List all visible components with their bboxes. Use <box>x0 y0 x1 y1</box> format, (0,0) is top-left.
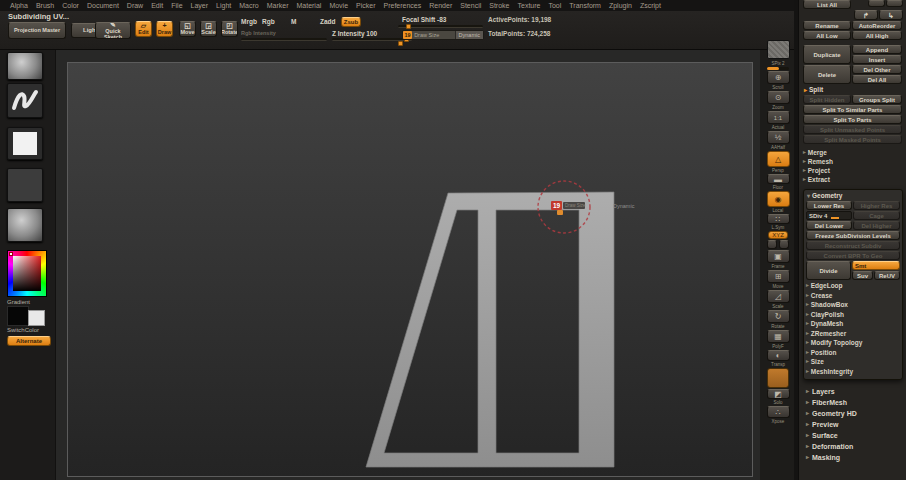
scroll-button[interactable]: ⊕Scroll <box>767 71 790 90</box>
geometry-subsection-header[interactable]: ▸EdgeLoop <box>806 281 900 291</box>
alternate-button[interactable]: Alternate <box>7 336 51 346</box>
insert-button[interactable]: Insert <box>852 55 902 64</box>
geometry-subsection-header[interactable]: ▸DynaMesh <box>806 319 900 329</box>
menu-item[interactable]: Tool <box>544 2 565 9</box>
menu-item[interactable]: Edit <box>147 2 167 9</box>
all-low-button[interactable]: All Low <box>803 31 851 40</box>
floor-toggle[interactable]: ▬Floor <box>767 174 790 190</box>
cage-button[interactable]: Cage <box>853 211 900 220</box>
z-intensity-slider[interactable]: Z Intensity 100 <box>332 30 377 37</box>
mrgb-toggle[interactable]: Mrgb <box>241 18 257 25</box>
geometry-subsection-header[interactable]: ▸Crease <box>806 291 900 301</box>
gradient-label[interactable]: Gradient <box>7 299 30 305</box>
zadd-toggle[interactable]: Zadd <box>320 18 336 25</box>
suv-toggle[interactable]: Suv <box>852 271 873 280</box>
menu-item[interactable]: Marker <box>263 2 293 9</box>
zoom-button[interactable]: ⊙Zoom <box>767 91 790 110</box>
menu-item[interactable]: File <box>167 2 186 9</box>
rename-button[interactable]: Rename <box>803 21 851 30</box>
menu-item[interactable]: Macro <box>235 2 262 9</box>
geometry-subsection-header[interactable]: ▸Size <box>806 357 900 367</box>
move3d-button[interactable]: ⊞Move <box>767 270 790 289</box>
rotate-button[interactable]: ◰Rotate <box>221 21 238 37</box>
geometry-section-header[interactable]: ▾Geometry <box>807 192 900 199</box>
move-subtool-up-button[interactable]: ↱ <box>854 10 878 20</box>
xpose-button[interactable]: ∴Xpose <box>767 406 790 424</box>
lower-res-button[interactable]: Lower Res <box>806 201 852 210</box>
higher-res-button[interactable]: Higher Res <box>853 201 900 210</box>
convert-bpr-to-geo-button[interactable]: Convert BPR To Geo <box>806 251 900 260</box>
del-other-button[interactable]: Del Other <box>852 65 902 74</box>
material-thumbnail[interactable] <box>7 208 43 242</box>
focal-shift-slider[interactable]: Focal Shift -83 <box>402 16 446 23</box>
menu-item[interactable]: Texture <box>513 2 544 9</box>
sym-left-icon[interactable] <box>767 240 777 249</box>
actual-size-button[interactable]: 1:1Actual <box>767 111 790 130</box>
projection-master-button[interactable]: Projection Master <box>8 22 66 39</box>
palette-section-header[interactable]: ▸Project <box>803 166 903 175</box>
geometry-subsection-header[interactable]: ▸ShadowBox <box>806 300 900 310</box>
canvas-texture-thumbnail[interactable] <box>767 40 790 59</box>
palette-section-header[interactable]: ▸Extract <box>803 175 903 184</box>
palette-section-header[interactable]: ▸Merge <box>803 148 903 157</box>
draw-size-slider[interactable]: 19 Draw Size Dynamic <box>402 30 484 40</box>
palette-section-header[interactable]: ▸Deformation <box>806 441 903 452</box>
move-subtool-down-button[interactable]: ↳ <box>879 10 903 20</box>
menu-item[interactable]: Picker <box>352 2 379 9</box>
frame-button[interactable]: ▣Frame <box>767 250 790 269</box>
brush-thumbnail[interactable] <box>7 52 43 80</box>
palette-section-header[interactable]: ▸Masking <box>806 452 903 463</box>
local-toggle[interactable]: ◉Local <box>767 191 790 213</box>
menu-item[interactable]: Movie <box>325 2 352 9</box>
geometry-subsection-header[interactable]: ▸ClayPolish <box>806 310 900 320</box>
edit-button[interactable]: ▱Edit <box>135 21 152 37</box>
zsub-toggle[interactable]: Zsub <box>341 17 361 27</box>
perspective-toggle[interactable]: △Persp <box>767 151 790 173</box>
geometry-subsection-header[interactable]: ▸Modify Topology <box>806 338 900 348</box>
aahalf-button[interactable]: ½AAHalf <box>767 131 790 150</box>
list-all-button[interactable]: List All <box>803 0 851 9</box>
spix-slider[interactable]: SPix 2 <box>767 60 789 70</box>
delete-button[interactable]: Delete <box>803 65 851 84</box>
draw-size-handle[interactable] <box>398 41 403 46</box>
ghost-button[interactable] <box>767 368 789 388</box>
scale-button[interactable]: ◲Scale <box>200 21 217 37</box>
menu-item[interactable]: Document <box>83 2 123 9</box>
dynamic-toggle[interactable]: Dynamic <box>455 31 483 39</box>
subtool-down-stub-button[interactable] <box>886 0 903 7</box>
menu-item[interactable]: Draw <box>123 2 147 9</box>
split-hidden-button[interactable]: Split Hidden <box>803 95 851 104</box>
geometry-subsection-header[interactable]: ▸ZRemesher <box>806 329 900 339</box>
menu-item[interactable]: Zscript <box>636 2 665 9</box>
del-higher-button[interactable]: Del Higher <box>853 221 900 230</box>
saturation-square[interactable] <box>13 256 41 291</box>
spix-track[interactable] <box>767 67 789 70</box>
reconstruct-subdiv-button[interactable]: Reconstruct Subdiv <box>806 241 900 250</box>
rgb-intensity-track[interactable] <box>241 38 327 41</box>
del-lower-button[interactable]: Del Lower <box>806 221 852 230</box>
split-masked-points-button[interactable]: Split Masked Points <box>803 135 902 144</box>
append-button[interactable]: Append <box>852 45 902 54</box>
menu-item[interactable]: Material <box>292 2 325 9</box>
menu-item[interactable]: Zplugin <box>605 2 636 9</box>
menu-item[interactable]: Transform <box>565 2 605 9</box>
m-toggle[interactable]: M <box>291 18 296 25</box>
rgb-toggle[interactable]: Rgb <box>262 18 275 25</box>
split-to-parts-button[interactable]: Split To Parts <box>803 115 902 124</box>
duplicate-button[interactable]: Duplicate <box>803 45 851 64</box>
sym-right-icon[interactable] <box>779 240 789 249</box>
menu-item[interactable]: Light <box>212 2 235 9</box>
switchcolor-label[interactable]: SwitchColor <box>7 327 39 333</box>
alpha-thumbnail[interactable] <box>7 127 43 160</box>
quick-sketch-button[interactable]: ✎Quick Sketch <box>95 22 131 39</box>
menu-item[interactable]: Preferences <box>380 2 426 9</box>
solo-button[interactable]: ◩Solo <box>767 389 790 405</box>
geometry-subsection-header[interactable]: ▸Position <box>806 348 900 358</box>
all-high-button[interactable]: All High <box>852 31 902 40</box>
smt-toggle[interactable]: Smt <box>852 261 900 270</box>
reuv-button[interactable]: ReUV <box>874 271 900 280</box>
menu-item[interactable]: Stroke <box>485 2 513 9</box>
menu-item[interactable]: Color <box>58 2 83 9</box>
menu-item[interactable]: Alpha <box>6 2 32 9</box>
geometry-subsection-header[interactable]: ▸MeshIntegrity <box>806 367 900 377</box>
